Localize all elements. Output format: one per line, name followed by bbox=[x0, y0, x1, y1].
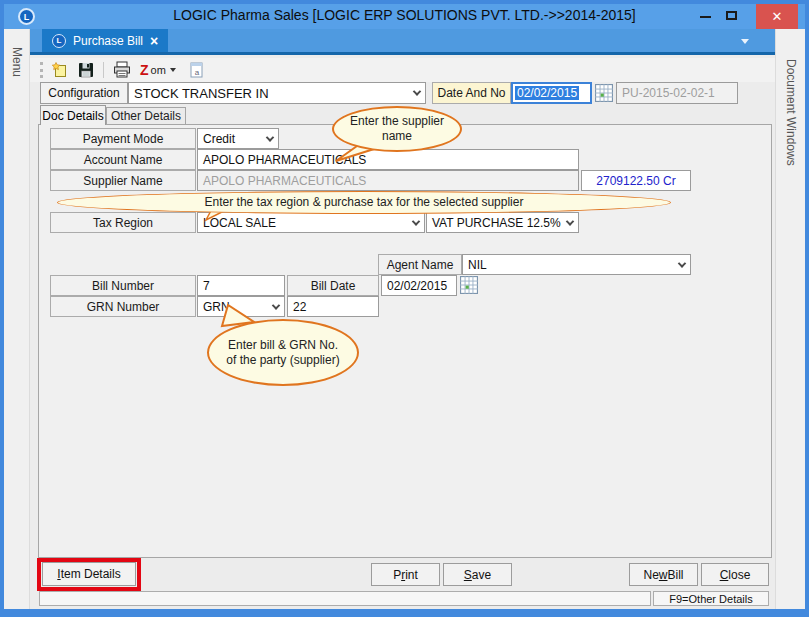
minimize-button[interactable] bbox=[700, 16, 711, 18]
bill-number-input[interactable]: 7 bbox=[197, 275, 285, 296]
tab-label: Purchase Bill bbox=[73, 34, 143, 48]
account-name-label: Account Name bbox=[50, 149, 196, 170]
save-button[interactable]: Save bbox=[443, 563, 512, 586]
bill-date-label: Bill Date bbox=[287, 275, 379, 296]
doc-date-input[interactable]: 02/02/2015 bbox=[511, 82, 592, 104]
agent-name-select[interactable]: NIL bbox=[462, 254, 691, 275]
supplier-callout: Enter the supplier name bbox=[332, 106, 462, 152]
chevron-down-icon bbox=[412, 217, 420, 225]
print-icon[interactable] bbox=[112, 61, 132, 79]
bill-number-label: Bill Number bbox=[50, 275, 196, 296]
toolbar-separator bbox=[103, 62, 104, 78]
close-button[interactable]: Close bbox=[701, 563, 769, 586]
zoom-icon: Z bbox=[140, 62, 149, 78]
grn-number-label: GRN Number bbox=[50, 296, 196, 317]
new-document-icon[interactable] bbox=[51, 61, 69, 79]
tab-purchase-bill[interactable]: L Purchase Bill × bbox=[42, 29, 168, 52]
title-bar: L LOGIC Pharma Sales [LOGIC ERP SOLUTION… bbox=[4, 4, 805, 29]
tab-other-details[interactable]: Other Details bbox=[106, 107, 186, 124]
chevron-down-icon bbox=[413, 87, 421, 95]
status-hint-field: F9=Other Details bbox=[653, 591, 769, 606]
doc-type-select[interactable]: STOCK TRANSFER IN bbox=[128, 82, 426, 104]
document-windows-rail-tab[interactable]: Document Windows bbox=[784, 59, 798, 166]
payment-mode-label: Payment Mode bbox=[50, 128, 196, 149]
grn-callout: Enter bill & GRN No. of the party (suppl… bbox=[207, 319, 359, 386]
doc-date-calendar-button[interactable] bbox=[595, 84, 613, 106]
item-details-highlight-box bbox=[37, 558, 141, 591]
chevron-down-icon bbox=[266, 133, 274, 141]
application-window: L LOGIC Pharma Sales [LOGIC ERP SOLUTION… bbox=[0, 0, 809, 617]
save-icon[interactable] bbox=[77, 61, 95, 79]
agent-name-label: Agent Name bbox=[378, 254, 462, 275]
chevron-down-icon bbox=[272, 301, 280, 309]
bill-date-calendar-button[interactable] bbox=[460, 276, 478, 298]
tab-logo-icon: L bbox=[52, 34, 66, 48]
zoom-chevron-icon bbox=[170, 68, 176, 72]
bill-date-input[interactable]: 02/02/2015 bbox=[381, 275, 457, 296]
status-message-field bbox=[39, 591, 651, 606]
window-title: LOGIC Pharma Sales [LOGIC ERP SOLUTIONS … bbox=[4, 7, 805, 23]
toolbar: Z om a bbox=[30, 58, 775, 82]
close-window-button[interactable]: ✕ bbox=[756, 4, 798, 29]
svg-text:a: a bbox=[195, 68, 200, 77]
left-dock-rail: Menu bbox=[4, 29, 30, 609]
chevron-down-icon bbox=[566, 217, 574, 225]
supplier-balance-field: 2709122.50 Cr bbox=[581, 170, 691, 191]
purchase-tax-select[interactable]: VAT PURCHASE 12.5% bbox=[426, 212, 579, 233]
configuration-button[interactable]: Configuration bbox=[40, 82, 128, 104]
payment-mode-select[interactable]: Credit bbox=[197, 128, 279, 149]
mdi-tab-strip: L Purchase Bill × bbox=[30, 29, 775, 55]
menu-rail-tab[interactable]: Menu bbox=[10, 47, 24, 77]
new-bill-button[interactable]: New Bill bbox=[629, 563, 698, 586]
supplier-name-label: Supplier Name bbox=[50, 170, 196, 191]
tab-list-dropdown-icon[interactable] bbox=[741, 39, 749, 44]
maximize-button[interactable] bbox=[726, 11, 737, 20]
right-dock-rail: Document Windows bbox=[775, 29, 805, 609]
grn-number-input[interactable]: 22 bbox=[287, 296, 379, 317]
tab-doc-details[interactable]: Doc Details bbox=[40, 105, 106, 125]
tax-callout: Enter the tax region & purchase tax for … bbox=[57, 191, 671, 214]
tab-close-icon[interactable]: × bbox=[150, 34, 158, 48]
page-setup-icon[interactable]: a bbox=[188, 61, 205, 79]
supplier-name-field: APOLO PHARMACEUTICALS bbox=[197, 170, 579, 191]
tax-region-label: Tax Region bbox=[50, 212, 196, 233]
print-button[interactable]: Print bbox=[371, 563, 440, 586]
doc-number-field: PU-2015-02-02-1 bbox=[616, 82, 738, 104]
toolbar-grip bbox=[40, 62, 43, 78]
date-and-no-label: Date And No bbox=[432, 82, 511, 104]
account-name-input[interactable]: APOLO PHARMACEUTICALS bbox=[197, 149, 579, 170]
chevron-down-icon bbox=[678, 259, 686, 267]
zoom-dropdown[interactable]: Z om bbox=[140, 62, 176, 78]
